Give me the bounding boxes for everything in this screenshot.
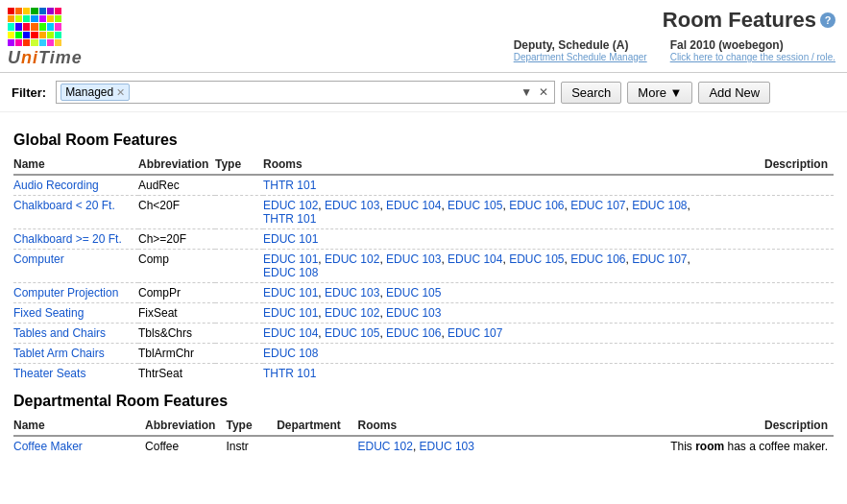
table-row: Tablet Arm ChairsTblArmChrEDUC 108 [13,344,834,364]
room-link[interactable]: THTR 101 [263,212,316,226]
row-type [215,364,263,384]
filter-bar: Filter: Managed ✕ ▼ ✕ Search More ▼ Add … [0,73,847,112]
row-name[interactable]: Audio Recording [13,175,138,196]
row-type [215,324,263,344]
row-abbr: Ch>=20F [138,229,215,250]
room-link[interactable]: EDUC 102 [325,306,379,320]
row-name[interactable]: Computer [13,250,138,283]
unitime-logo-text[interactable]: UniTime [8,48,83,68]
room-link[interactable]: EDUC 103 [325,199,379,212]
session-info-block: Fal 2010 (woebegon) Click here to change… [670,38,835,62]
filter-input-area[interactable]: Managed ✕ ▼ ✕ [56,81,555,104]
header-right: Room Features ? Deputy, Schedule (A) Dep… [514,8,835,62]
dept-col-header-type: Type [226,416,277,436]
row-abbr: Ch<20F [138,196,215,229]
room-link[interactable]: EDUC 106 [386,326,441,340]
table-row: Chalkboard < 20 Ft.Ch<20FEDUC 102, EDUC … [13,196,834,229]
row-name[interactable]: Tablet Arm Chairs [13,344,138,364]
col-header-type: Type [215,155,263,175]
room-link[interactable]: EDUC 105 [325,326,379,340]
room-link[interactable]: EDUC 101 [263,232,318,246]
dept-col-header-abbr: Abbreviation [145,416,226,436]
row-desc: This room has a coffee maker. [662,436,834,456]
room-link[interactable]: EDUC 108 [632,199,687,212]
dept-table-header: Name Abbreviation Type Department Rooms … [13,416,834,436]
row-type [215,344,263,364]
col-header-abbr: Abbreviation [138,155,215,175]
room-link[interactable]: EDUC 107 [632,252,687,266]
room-link[interactable]: EDUC 105 [509,252,564,266]
row-desc [718,303,834,324]
row-type [215,196,263,229]
col-header-name: Name [13,155,138,175]
room-link[interactable]: EDUC 106 [509,199,564,212]
more-button[interactable]: More ▼ [627,82,692,104]
room-link[interactable]: EDUC 101 [263,252,318,266]
help-icon[interactable]: ? [820,12,835,28]
table-row: Coffee MakerCoffeeInstrEDUC 102, EDUC 10… [13,436,834,456]
room-link[interactable]: EDUC 101 [263,286,318,300]
room-link[interactable]: EDUC 104 [386,199,441,212]
row-name[interactable]: Tables and Chairs [13,324,138,344]
row-abbr: CompPr [138,283,215,303]
page-title-text: Room Features [663,8,816,33]
room-link[interactable]: EDUC 103 [325,286,379,300]
row-name[interactable]: Theater Seats [13,364,138,384]
row-name[interactable]: Coffee Maker [13,436,145,456]
row-name[interactable]: Computer Projection [13,283,138,303]
filter-tag: Managed ✕ [60,84,130,101]
filter-dropdown-icon[interactable]: ▼ [519,85,534,99]
row-type [215,229,263,250]
logo-area: UniTime [8,8,83,68]
row-type: Instr [226,436,277,456]
row-abbr: ThtrSeat [138,364,215,384]
dept-col-header-desc: Description [662,416,834,436]
row-rooms: THTR 101 [263,364,718,384]
row-abbr: Comp [138,250,215,283]
filter-clear-icon[interactable]: ✕ [537,85,550,99]
col-header-rooms: Rooms [263,155,718,175]
user-name: Deputy, Schedule (A) [514,38,629,52]
row-name[interactable]: Fixed Seating [13,303,138,324]
room-link[interactable]: EDUC 107 [570,199,625,212]
search-button[interactable]: Search [561,82,621,104]
room-link[interactable]: EDUC 102 [325,252,379,266]
room-link[interactable]: EDUC 102 [358,440,413,453]
row-abbr: TblArmChr [138,344,215,364]
row-desc [718,324,834,344]
room-link[interactable]: EDUC 105 [448,199,502,212]
room-link[interactable]: EDUC 103 [386,252,441,266]
row-rooms: THTR 101 [263,175,718,196]
room-link[interactable]: EDUC 102 [263,199,318,212]
room-link[interactable]: THTR 101 [263,367,316,380]
row-desc [718,344,834,364]
user-info-block: Deputy, Schedule (A) Department Schedule… [514,38,647,62]
room-link[interactable]: EDUC 103 [386,306,441,320]
room-link[interactable]: EDUC 107 [448,326,502,340]
session-name: Fal 2010 (woebegon) [670,38,784,52]
row-name[interactable]: Chalkboard >= 20 Ft. [13,229,138,250]
header: UniTime Room Features ? Deputy, Schedule… [0,0,847,73]
table-row: Tables and ChairsTbls&ChrsEDUC 104, EDUC… [13,324,834,344]
page-title: Room Features ? [663,8,835,33]
user-role[interactable]: Department Schedule Manager [514,52,647,62]
room-link[interactable]: EDUC 108 [263,347,318,360]
row-rooms: EDUC 101, EDUC 102, EDUC 103 [263,303,718,324]
row-rooms: EDUC 104, EDUC 105, EDUC 106, EDUC 107 [263,324,718,344]
session-role[interactable]: Click here to change the session / role. [670,52,835,62]
room-link[interactable]: EDUC 104 [263,326,318,340]
filter-tag-remove[interactable]: ✕ [116,86,125,99]
row-name[interactable]: Chalkboard < 20 Ft. [13,196,138,229]
room-link[interactable]: EDUC 105 [386,286,441,300]
room-link[interactable]: EDUC 101 [263,306,318,320]
row-desc [718,283,834,303]
room-link[interactable]: THTR 101 [263,179,316,192]
global-features-table: Name Abbreviation Type Rooms Description… [13,155,834,383]
table-row: Computer ProjectionCompPrEDUC 101, EDUC … [13,283,834,303]
add-new-button[interactable]: Add New [698,82,770,104]
room-link[interactable]: EDUC 104 [448,252,502,266]
room-link[interactable]: EDUC 108 [263,266,318,279]
room-link[interactable]: EDUC 103 [420,440,474,453]
room-link[interactable]: EDUC 106 [570,252,625,266]
row-desc [718,229,834,250]
